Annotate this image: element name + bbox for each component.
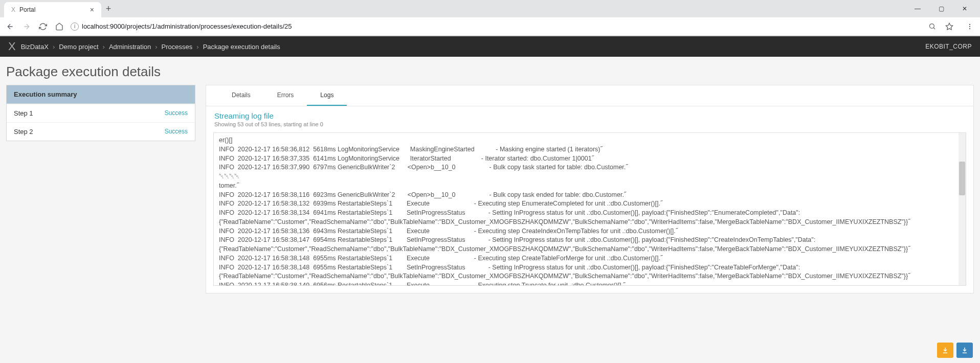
log-content: er()[] INFO 2020-12-17 16:58:36,812 5618… (214, 133, 966, 286)
url-bar[interactable]: i localhost:9000/projects/1/administrati… (71, 22, 921, 31)
star-icon[interactable] (944, 21, 954, 32)
browser-tab-row: X Portal × + — ▢ ✕ (0, 0, 980, 17)
menu-icon[interactable] (965, 21, 975, 32)
browser-tab-title: Portal (19, 6, 35, 13)
svg-point-0 (929, 24, 934, 29)
user-label[interactable]: EKOBIT_CORP (925, 43, 972, 50)
forward-icon[interactable] (21, 21, 32, 32)
svg-point-1 (969, 24, 970, 25)
status-badge: Success (165, 128, 188, 135)
log-viewer[interactable]: er()[] INFO 2020-12-17 16:58:36,812 5618… (213, 132, 966, 286)
url-text: localhost:9000/projects/1/administration… (82, 22, 292, 30)
close-window-icon[interactable]: ✕ (957, 5, 972, 12)
svg-point-3 (969, 28, 970, 29)
main-panel: Details Errors Logs Streaming log file S… (206, 85, 974, 293)
reload-icon[interactable] (38, 21, 48, 32)
browser-tab[interactable]: X Portal × (4, 2, 101, 17)
maximize-icon[interactable]: ▢ (934, 5, 948, 12)
status-badge: Success (165, 109, 188, 117)
app-logo-icon: X (8, 40, 16, 53)
site-info-icon[interactable]: i (71, 22, 79, 31)
tab-errors[interactable]: Errors (264, 85, 307, 106)
browser-chrome: X Portal × + — ▢ ✕ i localhost:9000/proj… (0, 0, 980, 36)
new-tab-button[interactable]: + (101, 2, 116, 16)
chevron-right-icon: › (103, 43, 105, 51)
summary-step-row[interactable]: Step 1 Success (7, 104, 195, 122)
svg-point-2 (969, 26, 970, 27)
crumb-admin[interactable]: Administration (109, 43, 151, 51)
back-icon[interactable] (5, 21, 15, 32)
stream-title: Streaming log file (214, 111, 965, 120)
crumb-project[interactable]: Demo project (59, 43, 98, 51)
step-name: Step 2 (14, 128, 33, 135)
crumb-current: Package execution details (203, 43, 280, 51)
scrollbar-thumb[interactable] (959, 162, 965, 195)
zoom-icon[interactable] (927, 21, 937, 32)
close-tab-icon[interactable]: × (90, 6, 94, 14)
app-header: X BizDataX › Demo project › Administrati… (0, 36, 980, 57)
stream-subtitle: Showing 53 out of 53 lines, starting at … (214, 121, 965, 127)
address-bar-row: i localhost:9000/projects/1/administrati… (0, 17, 980, 36)
tab-logs[interactable]: Logs (307, 85, 347, 106)
tab-favicon-icon: X (11, 6, 15, 13)
chevron-right-icon: › (53, 43, 55, 51)
minimize-icon[interactable]: — (910, 5, 925, 12)
chevron-right-icon: › (155, 43, 157, 51)
home-icon[interactable] (54, 21, 64, 32)
scrollbar-track[interactable] (959, 133, 966, 285)
brand-link[interactable]: BizDataX (21, 43, 49, 51)
execution-summary-panel: Execution summary Step 1 Success Step 2 … (6, 85, 195, 141)
step-name: Step 1 (14, 109, 33, 117)
tabs: Details Errors Logs (206, 85, 973, 106)
summary-header: Execution summary (7, 85, 195, 104)
summary-step-row[interactable]: Step 2 Success (7, 122, 195, 141)
chevron-right-icon: › (196, 43, 198, 51)
tab-details[interactable]: Details (218, 85, 264, 106)
page-title: Package execution details (6, 64, 974, 80)
crumb-processes[interactable]: Processes (162, 43, 193, 51)
window-controls: — ▢ ✕ (910, 5, 976, 12)
